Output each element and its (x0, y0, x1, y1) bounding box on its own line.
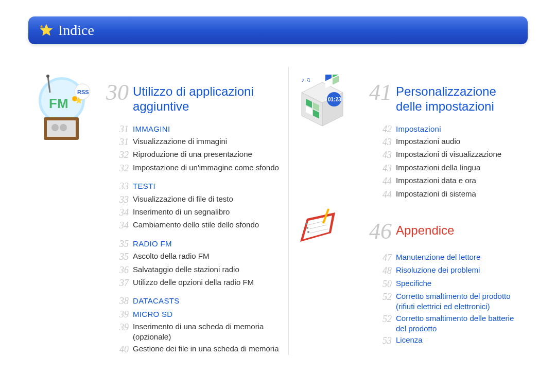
toc-item[interactable]: 33Visualizzazione di file di testo (103, 194, 288, 206)
toc-category[interactable]: 33 TESTI (103, 181, 288, 192)
toc-item[interactable]: 52Corretto smaltimento delle batterie de… (366, 313, 526, 334)
toc-category[interactable]: 38 DATACASTS (103, 295, 288, 307)
toc-item[interactable]: 50Specifiche (366, 278, 526, 290)
section-number: 46 (366, 220, 396, 243)
toc-category[interactable]: 31 IMMAGINI (103, 123, 288, 135)
toc-category[interactable]: 42 Impostazioni (366, 123, 526, 135)
svg-text:FM: FM (49, 96, 68, 111)
content-area: FM RSS 30 Utilizzo di applicazioni aggiu… (28, 57, 528, 357)
section-head-appendix[interactable]: 46 Appendice (366, 220, 526, 243)
toc-item[interactable]: 44Impostazioni data e ora (366, 175, 526, 187)
rubiks-cube-icon: ♪ ♫ 01:23 (294, 75, 351, 131)
svg-point-10 (51, 124, 59, 131)
section-title: Utilizzo di applicazioni aggiuntive (133, 81, 288, 114)
toc-item[interactable]: 37Utilizzo delle opzioni della radio FM (103, 277, 288, 289)
toc-item[interactable]: 36Salvataggio delle stazioni radio (103, 264, 288, 276)
page-title: Indice (58, 22, 94, 39)
svg-point-29 (305, 223, 307, 225)
section-number: 30 (103, 81, 133, 104)
fm-radio-icon: FM RSS (33, 72, 95, 144)
section-head-settings[interactable]: 41 Personalizzazione delle impostazioni (366, 81, 526, 114)
toc-item[interactable]: 43Impostazioni della lingua (366, 163, 526, 174)
left-column: 30 Utilizzo di applicazioni aggiuntive 3… (103, 57, 288, 357)
toc-item[interactable]: 52Corretto smaltimento del prodotto (rif… (366, 291, 526, 312)
toc-item[interactable]: 40Gestione dei file in una scheda di mem… (103, 344, 288, 355)
toc-item[interactable]: 32Riproduzione di una presentazione (103, 149, 288, 161)
star-icon (39, 23, 54, 38)
svg-point-3 (46, 75, 49, 78)
toc-item[interactable]: 44Impostazioni di sistema (366, 189, 526, 201)
section-head-apps[interactable]: 30 Utilizzo di applicazioni aggiuntive (103, 81, 288, 114)
svg-point-11 (60, 124, 67, 131)
svg-text:01:23: 01:23 (328, 97, 341, 102)
toc-category[interactable]: 39 MICRO SD (103, 309, 288, 320)
toc-item[interactable]: 31Visualizzazione di immagini (103, 136, 288, 148)
section-title: Appendice (396, 220, 454, 238)
svg-point-30 (306, 227, 308, 229)
category-label: IMMAGINI (133, 123, 170, 135)
svg-point-31 (307, 231, 309, 233)
toc-item[interactable]: 34Cambiamento dello stile dello sfondo (103, 220, 288, 231)
section-number: 41 (366, 81, 396, 104)
svg-text:RSS: RSS (77, 89, 89, 95)
svg-text:♪ ♫: ♪ ♫ (301, 76, 310, 83)
toc-item[interactable]: 35Ascolto della radio FM (103, 251, 288, 263)
toc-item[interactable]: 34Inserimento di un segnalibro (103, 207, 288, 219)
left-illustration-col: FM RSS (28, 57, 103, 357)
toc-item[interactable]: 43Impostazioni di visualizzazione (366, 149, 526, 161)
right-column: 41 Personalizzazione delle impostazioni … (366, 57, 526, 357)
toc-item[interactable]: 39Inserimento di una scheda di memoria (… (103, 322, 288, 343)
toc-item[interactable]: 53Licenza (366, 335, 526, 347)
right-illustration-col: ♪ ♫ 01:23 (289, 57, 366, 357)
toc-item[interactable]: 32Impostazione di un'immagine come sfond… (103, 163, 288, 174)
section-title: Personalizzazione delle impostazioni (396, 81, 526, 114)
page-number: 31 (103, 123, 133, 135)
toc-category[interactable]: 35 RADIO FM (103, 238, 288, 250)
toc-item[interactable]: 47Manutenzione del lettore (366, 252, 526, 264)
toc-item[interactable]: 43Impostazioni audio (366, 136, 526, 148)
notebook-icon (294, 203, 343, 252)
header-bar: Indice (28, 16, 528, 44)
toc-item[interactable]: 48Risoluzione dei problemi (366, 265, 526, 277)
